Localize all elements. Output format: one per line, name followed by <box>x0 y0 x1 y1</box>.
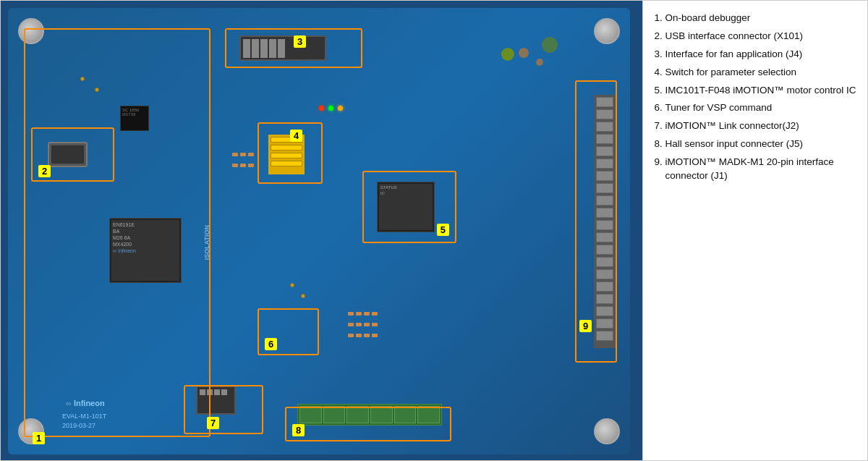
list-item-7: iMOTION™ Link connector(J2) <box>665 119 859 133</box>
cap4 <box>542 37 558 53</box>
list-item-3: Interface for fan application (J4) <box>665 48 859 62</box>
cap1 <box>519 48 529 58</box>
via4 <box>301 294 305 298</box>
box-4: 4 <box>258 122 323 184</box>
label-4: 4 <box>290 130 302 142</box>
description-panel: On-board debugger USB interface connecto… <box>643 1 867 461</box>
label-8: 8 <box>292 424 305 436</box>
list-item-9: iMOTION™ MADK-M1 20-pin interface connec… <box>665 156 859 183</box>
box-3: 3 <box>225 28 362 68</box>
list-item-4: Switch for parameter selection <box>665 66 859 80</box>
cap3 <box>501 48 514 61</box>
pcb-image: EN6191EBAM26 8AMX4200∞ Infineon STATUSIC… <box>1 1 643 461</box>
cap2 <box>536 59 543 66</box>
label-2: 2 <box>38 165 51 177</box>
box-6: 6 <box>258 308 319 355</box>
screw-br <box>594 418 620 444</box>
label-5: 5 <box>437 224 449 236</box>
box-2: 2 <box>31 127 114 182</box>
label-3: 3 <box>294 35 306 48</box>
screw-tr <box>594 18 620 44</box>
label-7: 7 <box>207 417 219 429</box>
component-list: On-board debugger USB interface connecto… <box>665 12 859 183</box>
label-1: 1 <box>33 432 45 444</box>
list-item-2: USB interface connector (X101) <box>665 30 859 43</box>
box-7: 7 <box>184 385 263 434</box>
box-8: 8 <box>285 407 451 441</box>
list-item-5: IMC101T-F048 iMOTION™ motor control IC <box>665 84 859 98</box>
leds <box>319 106 343 111</box>
via3 <box>290 283 294 287</box>
pcb-board: EN6191EBAM26 8AMX4200∞ Infineon STATUSIC… <box>8 8 630 454</box>
box-9: 9 <box>575 80 617 363</box>
label-6: 6 <box>265 338 277 350</box>
box-1: 1 <box>24 28 210 437</box>
list-item-8: Hall sensor input connecter (J5) <box>665 138 859 151</box>
list-item-1: On-board debugger <box>665 12 859 25</box>
label-9: 9 <box>579 320 592 332</box>
list-item-6: Tuner for VSP command <box>665 101 859 115</box>
box-5: 5 <box>362 171 456 243</box>
